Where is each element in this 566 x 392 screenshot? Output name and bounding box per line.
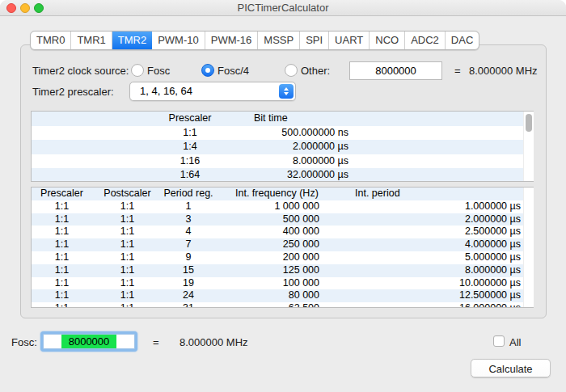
table-cell: 1:1 <box>32 289 92 302</box>
table-cell: 500 000 <box>214 213 319 226</box>
radio-label: Fosc <box>147 65 170 77</box>
table-cell: 1:1 <box>92 200 163 213</box>
table-cell: 1:1 <box>92 277 163 290</box>
table-cell: 1:4 <box>126 140 254 154</box>
equals-sign: = <box>454 65 461 77</box>
table-cell: 1:1 <box>32 200 92 213</box>
table-cell: 4 <box>163 226 214 238</box>
radio-fosc-4[interactable]: Fosc/4 <box>201 64 249 77</box>
table-cell: 80 000 <box>214 289 319 302</box>
clock-source-label: Timer2 clock source: <box>32 65 129 77</box>
table-cell: Prescaler <box>32 188 92 200</box>
table-row[interactable]: 1:11:13162 50016.000000 µs <box>32 302 533 308</box>
tab-tmr2[interactable]: TMR2 <box>112 32 152 49</box>
table-cell: Bit time <box>254 112 348 126</box>
table-header-row: PrescalerPostscalerPeriod reg.Int. frequ… <box>32 188 533 200</box>
table-cell: 1 <box>163 200 214 213</box>
table-cell: 1:1 <box>32 226 92 238</box>
window-title: PICTimerCalculator <box>0 0 566 16</box>
table-cell: 1:1 <box>92 226 163 238</box>
table-cell: 250 000 <box>214 238 319 251</box>
radio-icon <box>201 64 214 77</box>
table-cell: 1:1 <box>32 302 92 308</box>
tab-spi[interactable]: SPI <box>300 32 329 49</box>
table-cell: 24 <box>163 289 214 302</box>
table-cell: 15 <box>163 264 214 277</box>
minimize-button-icon[interactable] <box>20 3 30 13</box>
table-row[interactable]: 1:11:17250 0004.000000 µs <box>32 238 533 251</box>
tab-tmr1[interactable]: TMR1 <box>71 32 112 49</box>
table-cell: 12.500000 µs <box>319 289 521 302</box>
table-row[interactable]: 1:11:12480 00012.500000 µs <box>32 289 533 302</box>
table-cell: 1:1 <box>92 289 163 302</box>
chevron-up-down-icon <box>279 84 294 99</box>
all-checkbox-label: All <box>509 336 521 348</box>
table-row[interactable]: 1:11:119100 00010.000000 µs <box>32 277 533 290</box>
tab-tmr0[interactable]: TMR0 <box>31 32 71 49</box>
table-cell: 1:1 <box>32 264 92 277</box>
title-bar[interactable]: PICTimerCalculator <box>0 0 566 16</box>
table-row[interactable]: 1:1500.000000 ns <box>32 126 533 141</box>
table-header-row: PrescalerBit time <box>32 112 533 126</box>
tab-bar: TMR0TMR1TMR2PWM-10PWM-16MSSPSPIUARTNCOAD… <box>30 31 479 50</box>
table-cell: 5.000000 µs <box>319 251 521 264</box>
radio-label: Other: <box>301 65 330 77</box>
tab-nco[interactable]: NCO <box>370 32 405 49</box>
table-cell: 2.000000 µs <box>254 140 348 154</box>
table-row[interactable]: 1:11:14400 0002.500000 µs <box>32 226 533 238</box>
radio-fosc[interactable]: Fosc <box>131 64 170 77</box>
table-cell: 1:16 <box>126 154 254 169</box>
table-row[interactable]: 1:11:13500 0002.000000 µs <box>32 213 533 226</box>
table-row[interactable]: 1:11:19200 0005.000000 µs <box>32 251 533 264</box>
table-cell: Period reg. <box>163 188 214 200</box>
app-window: PICTimerCalculator TMR0TMR1TMR2PWM-10PWM… <box>0 0 566 392</box>
table-cell: 1:1 <box>92 302 163 308</box>
tab-pwm-16[interactable]: PWM-16 <box>205 32 259 49</box>
bit-time-table: PrescalerBit time1:1500.000000 ns1:42.00… <box>31 111 534 182</box>
tab-pwm-10[interactable]: PWM-10 <box>152 32 205 49</box>
table-row[interactable]: 1:11:111 000 0001.000000 µs <box>32 200 533 213</box>
scrollbar-thumb[interactable] <box>526 114 532 132</box>
table-cell: 500.000000 ns <box>254 126 348 141</box>
table-cell: 100 000 <box>214 277 319 290</box>
scrollbar-track[interactable] <box>523 188 534 307</box>
table-cell: 1:1 <box>92 264 163 277</box>
scrollbar-track[interactable] <box>523 112 534 181</box>
other-frequency-input[interactable] <box>349 61 442 80</box>
all-checkbox[interactable] <box>493 335 505 347</box>
tab-uart[interactable]: UART <box>329 32 370 49</box>
table-cell: 1:1 <box>32 251 92 264</box>
fosc-input[interactable]: 8000000 <box>43 334 135 349</box>
table-cell: 8.000000 µs <box>254 154 348 169</box>
table-cell: 2.000000 µs <box>319 213 521 226</box>
selected-text: 8000000 <box>61 335 117 348</box>
table-cell: 19 <box>163 277 214 290</box>
tab-dac[interactable]: DAC <box>446 32 479 49</box>
table-row[interactable]: 1:6432.000000 µs <box>32 168 533 182</box>
table-cell <box>32 112 126 126</box>
tab-mssp[interactable]: MSSP <box>258 32 300 49</box>
table-cell: 4.000000 µs <box>319 238 521 251</box>
table-cell: 1:1 <box>32 238 92 251</box>
tab-adc2[interactable]: ADC2 <box>405 32 446 49</box>
table-row[interactable]: 1:168.000000 µs <box>32 154 533 169</box>
table-cell: 1.000000 µs <box>319 200 521 213</box>
table-row[interactable]: 1:42.000000 µs <box>32 140 533 154</box>
fosc-converted-label: 8.000000 MHz <box>180 336 248 348</box>
prescaler-dropdown[interactable]: 1, 4, 16, 64 <box>129 82 296 101</box>
close-button-icon[interactable] <box>6 3 16 13</box>
table-cell: 62 500 <box>214 302 319 308</box>
zoom-button-icon[interactable] <box>34 3 44 13</box>
period-table: PrescalerPostscalerPeriod reg.Int. frequ… <box>31 187 534 308</box>
calculate-button[interactable]: Calculate <box>471 359 551 377</box>
table-cell: 8.000000 µs <box>319 264 521 277</box>
table-cell: 16.000000 µs <box>319 302 521 308</box>
table-row[interactable]: 1:11:115125 0008.000000 µs <box>32 264 533 277</box>
radio-other[interactable]: Other: <box>285 64 330 77</box>
table-cell: 32.000000 µs <box>254 168 348 182</box>
table-cell: 125 000 <box>214 264 319 277</box>
table-cell: Int. period <box>319 188 521 200</box>
table-cell: Int. frequency (Hz) <box>214 188 319 200</box>
table-cell: 1:1 <box>32 213 92 226</box>
table-cell: 1:1 <box>92 213 163 226</box>
